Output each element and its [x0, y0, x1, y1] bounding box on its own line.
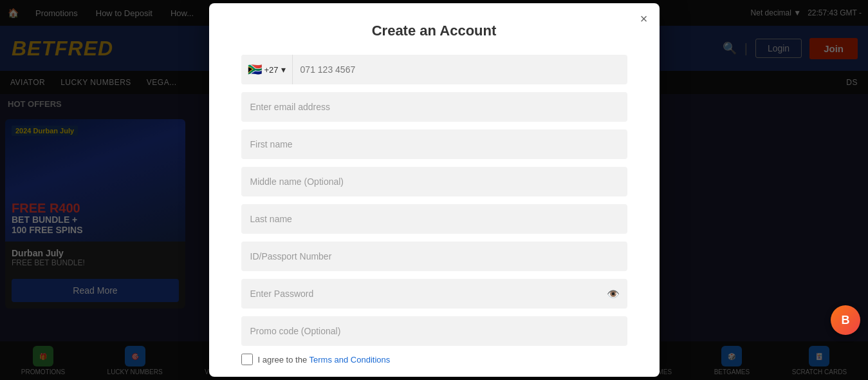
password-row: 👁️	[241, 279, 627, 309]
modal-close-button[interactable]: ×	[640, 12, 648, 25]
middle-name-field-group	[241, 167, 627, 196]
modal-title: Create an Account	[241, 23, 627, 39]
email-input[interactable]	[241, 92, 627, 122]
flag-emoji: 🇿🇦	[248, 62, 262, 77]
first-name-input[interactable]	[241, 129, 627, 159]
terms-row: I agree to the Terms and Conditions	[241, 354, 627, 365]
last-name-input[interactable]	[241, 204, 627, 234]
promo-input[interactable]	[241, 316, 627, 346]
password-field-group: 👁️	[241, 279, 627, 309]
phone-input-row: 🇿🇦 +27 ▾	[241, 55, 627, 84]
middle-name-input[interactable]	[241, 167, 627, 196]
terms-link[interactable]: Terms and Conditions	[309, 355, 391, 365]
modal-overlay: × Create an Account 🇿🇦 +27 ▾	[0, 0, 868, 380]
promo-field-group	[241, 316, 627, 346]
flag-select[interactable]: 🇿🇦 +27 ▾	[241, 55, 293, 84]
terms-checkbox[interactable]	[241, 354, 253, 365]
dropdown-arrow: ▾	[281, 64, 286, 75]
terms-text: I agree to the Terms and Conditions	[258, 355, 391, 365]
chat-bubble[interactable]: B	[831, 305, 860, 335]
first-name-field-group	[241, 129, 627, 159]
password-toggle-icon[interactable]: 👁️	[607, 288, 620, 300]
last-name-field-group	[241, 204, 627, 234]
country-code: +27	[264, 65, 279, 75]
create-account-modal: × Create an Account 🇿🇦 +27 ▾	[209, 3, 660, 377]
chat-bubble-label: B	[842, 314, 850, 327]
password-input[interactable]	[241, 279, 627, 309]
email-field-group	[241, 92, 627, 122]
phone-field-group: 🇿🇦 +27 ▾	[241, 55, 627, 84]
id-passport-field-group	[241, 242, 627, 271]
phone-number-input[interactable]	[293, 64, 627, 75]
id-passport-input[interactable]	[241, 242, 627, 271]
